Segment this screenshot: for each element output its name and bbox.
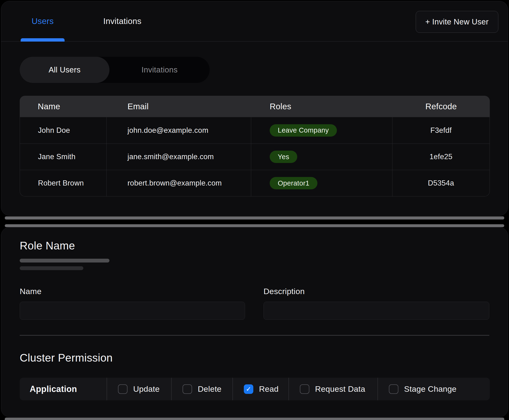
cell-roles: Leave Company	[251, 117, 392, 143]
users-table-body: John Doe john.doe@example.com Leave Comp…	[20, 117, 490, 196]
table-row: Robert Brown robert.brown@example.com Op…	[20, 170, 489, 196]
column-header-name: Name	[20, 102, 107, 111]
name-field-group: Name	[20, 287, 245, 320]
role-pill[interactable]: Leave Company	[270, 124, 337, 137]
permission-cell-read: ✓ Read	[232, 378, 288, 400]
description-field-group: Description	[264, 287, 489, 320]
cluster-permission-title: Cluster Permission	[20, 351, 489, 364]
role-name-title: Role Name	[20, 239, 489, 252]
delete-checkbox[interactable]: ✓	[183, 384, 192, 394]
permission-cell-stage-change: ✓ Stage Change	[377, 378, 490, 400]
cell-name: Robert Brown	[20, 170, 107, 196]
user-filter-segmented-control: All Users Invitations	[20, 57, 210, 83]
description-field-label: Description	[264, 287, 489, 296]
tab-users-label: Users	[32, 16, 54, 26]
permission-label: Request Data	[315, 384, 365, 394]
column-header-refcode: Refcode	[392, 102, 490, 111]
role-description-input[interactable]	[264, 302, 489, 320]
update-checkbox[interactable]: ✓	[118, 384, 127, 394]
name-field-label: Name	[20, 287, 245, 296]
cell-roles: Yes	[251, 144, 392, 170]
cell-name: John Doe	[20, 117, 107, 143]
column-header-email: Email	[107, 102, 251, 111]
cell-name: Jane Smith	[20, 144, 107, 170]
cell-email: john.doe@example.com	[107, 117, 251, 143]
segment-invitations[interactable]: Invitations	[110, 57, 210, 83]
active-tab-indicator	[21, 38, 65, 42]
cell-email: jane.smith@example.com	[107, 144, 251, 170]
table-row: John Doe john.doe@example.com Leave Comp…	[20, 117, 489, 143]
role-form: Name Description	[20, 287, 489, 320]
tab-users[interactable]: Users	[21, 1, 65, 41]
users-card-body: All Users Invitations Name Email Roles R…	[1, 57, 508, 196]
invite-new-user-button[interactable]: + Invite New User	[416, 11, 498, 33]
card-stack-edge	[5, 217, 504, 219]
permission-label: Read	[259, 384, 279, 394]
cell-roles: Operator1	[251, 170, 392, 196]
section-divider	[20, 335, 489, 336]
role-name-input[interactable]	[20, 302, 245, 320]
cell-refcode: F3efdf	[392, 117, 489, 143]
permission-row-application: Application ✓ Update ✓ Delete ✓ Read	[20, 378, 490, 400]
role-card-body: Role Name Name Description Cluster Permi…	[1, 239, 508, 400]
card-stack-edge	[5, 224, 504, 227]
tab-invitations-label: Invitations	[103, 16, 141, 26]
stage-change-checkbox[interactable]: ✓	[389, 384, 398, 394]
users-table: Name Email Roles Refcode John Doe john.d…	[20, 96, 490, 196]
users-table-header: Name Email Roles Refcode	[20, 96, 490, 117]
role-pill[interactable]: Yes	[270, 151, 297, 163]
permission-label: Update	[133, 384, 160, 394]
segment-all-users[interactable]: All Users	[20, 57, 110, 83]
tab-bar: Users Invitations + Invite New User	[1, 1, 508, 42]
permission-cell-delete: ✓ Delete	[171, 378, 232, 400]
users-card: Users Invitations + Invite New User All …	[1, 1, 508, 216]
role-pill[interactable]: Operator1	[270, 177, 317, 189]
check-icon: ✓	[246, 385, 251, 393]
read-checkbox[interactable]: ✓	[244, 384, 253, 394]
role-card: Role Name Name Description Cluster Permi…	[1, 227, 508, 417]
skeleton-bar	[20, 266, 83, 270]
card-stack-edge	[5, 418, 504, 420]
skeleton-bar	[20, 259, 110, 262]
permission-label: Delete	[198, 384, 221, 394]
permission-resource-label: Application	[20, 378, 107, 400]
tab-invitations[interactable]: Invitations	[103, 1, 141, 41]
permission-cell-request-data: ✓ Request Data	[288, 378, 377, 400]
permission-cell-update: ✓ Update	[107, 378, 171, 400]
request-data-checkbox[interactable]: ✓	[300, 384, 309, 394]
cell-email: robert.brown@example.com	[107, 170, 251, 196]
cell-refcode: D5354a	[392, 170, 489, 196]
table-row: Jane Smith jane.smith@example.com Yes 1e…	[20, 143, 489, 170]
cell-refcode: 1efe25	[392, 144, 489, 170]
permission-label: Stage Change	[404, 384, 457, 394]
column-header-roles: Roles	[251, 102, 392, 111]
